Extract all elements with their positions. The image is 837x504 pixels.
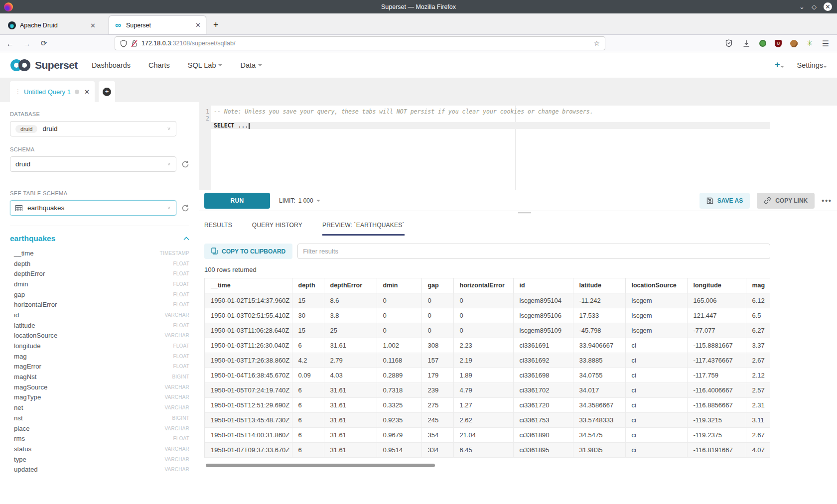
- forward-button[interactable]: →: [22, 39, 32, 48]
- table-column-row[interactable]: id VARCHAR: [10, 310, 189, 320]
- copy-to-clipboard-button[interactable]: COPY TO CLIPBOARD: [204, 244, 292, 259]
- table-row[interactable]: 1950-01-03T02:51:55.410Z303.8000iscgem89…: [205, 308, 770, 323]
- tab-close-icon[interactable]: ✕: [90, 22, 96, 29]
- copy-link-button[interactable]: COPY LINK: [757, 193, 815, 209]
- run-button[interactable]: RUN: [204, 193, 270, 209]
- cookie-extension-icon[interactable]: [790, 40, 798, 47]
- table-column-row[interactable]: mag FLOAT: [10, 351, 189, 362]
- hamburger-menu-icon[interactable]: ☰: [821, 39, 830, 48]
- table-row[interactable]: 1950-01-05T07:24:19.740Z631.610.73182394…: [205, 382, 770, 397]
- table-column-row[interactable]: net VARCHAR: [10, 402, 189, 413]
- table-column-row[interactable]: rms FLOAT: [10, 433, 189, 444]
- schema-select[interactable]: druid ∨: [10, 156, 176, 172]
- tab-close-icon[interactable]: ✕: [195, 21, 201, 29]
- insecure-lock-icon[interactable]: [131, 40, 138, 47]
- nav-sql-lab[interactable]: SQL Lab: [188, 61, 223, 69]
- nav-dashboards[interactable]: Dashboards: [92, 61, 131, 69]
- column-header[interactable]: id: [513, 278, 573, 293]
- nav-charts[interactable]: Charts: [148, 61, 170, 69]
- nav-data[interactable]: Data: [240, 61, 262, 69]
- browser-tab-superset[interactable]: ∞ Superset ✕: [109, 15, 206, 34]
- column-header[interactable]: mag: [746, 278, 770, 293]
- window-maximize-button[interactable]: ◇: [812, 3, 817, 10]
- superset-logo[interactable]: Superset: [10, 59, 78, 72]
- table-column-row[interactable]: dmin FLOAT: [10, 279, 189, 289]
- column-header[interactable]: dmin: [377, 278, 421, 293]
- download-icon[interactable]: [742, 40, 751, 47]
- table-row[interactable]: 1950-01-05T12:51:29.690Z631.610.33252751…: [205, 397, 770, 412]
- table-column-row[interactable]: place VARCHAR: [10, 423, 189, 434]
- save-as-button[interactable]: SAVE AS: [699, 193, 750, 209]
- column-header[interactable]: gap: [421, 278, 453, 293]
- tab-results[interactable]: RESULTS: [204, 222, 232, 236]
- column-header[interactable]: horizontalError: [453, 278, 513, 293]
- table-column-row[interactable]: magType VARCHAR: [10, 392, 189, 403]
- table-column-row[interactable]: magNst BIGINT: [10, 372, 189, 382]
- limit-dropdown[interactable]: LIMIT: 1 000: [279, 197, 320, 204]
- sql-editor[interactable]: 1 2 3 -- Note: Unless you save your quer…: [199, 106, 770, 190]
- drag-handle-icon[interactable]: ⋮: [15, 88, 20, 95]
- column-header[interactable]: longitude: [687, 278, 746, 293]
- window-close-button[interactable]: ✕: [824, 2, 832, 11]
- table-column-row[interactable]: status VARCHAR: [10, 444, 189, 454]
- refresh-schema-icon[interactable]: [181, 160, 189, 168]
- table-row[interactable]: 1950-01-02T15:14:37.960Z158.6000iscgem89…: [205, 293, 770, 308]
- new-query-tab-button[interactable]: +: [99, 81, 115, 102]
- table-column-row[interactable]: locationSource VARCHAR: [10, 331, 189, 341]
- column-header[interactable]: depth: [292, 278, 324, 293]
- table-column-row[interactable]: gap FLOAT: [10, 289, 189, 300]
- close-query-tab-icon[interactable]: ✕: [84, 88, 90, 96]
- table-column-row[interactable]: horizontalError FLOAT: [10, 299, 189, 310]
- bookmark-star-icon[interactable]: ☆: [593, 39, 600, 47]
- table-section-title[interactable]: earthquakes: [10, 234, 55, 243]
- refresh-table-icon[interactable]: [181, 204, 189, 212]
- table-column-row[interactable]: latitude FLOAT: [10, 320, 189, 331]
- pane-resize-handle[interactable]: [199, 211, 837, 216]
- tracking-shield-icon[interactable]: [120, 40, 127, 47]
- new-tab-button[interactable]: +: [213, 20, 219, 30]
- table-row[interactable]: 1950-01-05T14:00:31.860Z631.610.96793542…: [205, 427, 770, 442]
- table-column-row[interactable]: nst BIGINT: [10, 413, 189, 423]
- collapse-chevron-up-icon[interactable]: [183, 237, 189, 241]
- table-column-row[interactable]: __time TIMESTAMP: [10, 248, 189, 258]
- database-select[interactable]: druid druid ∨: [10, 121, 176, 136]
- window-minimize-button[interactable]: ⌄: [799, 3, 805, 10]
- settings-menu[interactable]: Settings: [797, 61, 827, 69]
- editor-code[interactable]: -- Note: Unless you save your query, the…: [211, 106, 770, 190]
- filter-results-input[interactable]: [297, 244, 770, 259]
- table-column-row[interactable]: depth FLOAT: [10, 258, 189, 269]
- table-column-row[interactable]: longitude FLOAT: [10, 341, 189, 351]
- table-column-row[interactable]: magError FLOAT: [10, 362, 189, 372]
- table-column-row[interactable]: type VARCHAR: [10, 454, 189, 465]
- table-schema-select[interactable]: earthquakes ∨: [10, 200, 176, 216]
- horizontal-scrollbar[interactable]: [206, 464, 435, 467]
- back-button[interactable]: ←: [5, 39, 15, 48]
- column-header[interactable]: latitude: [573, 278, 625, 293]
- tab-query-history[interactable]: QUERY HISTORY: [252, 222, 302, 236]
- table-column-row[interactable]: updated VARCHAR: [10, 464, 189, 475]
- add-new-button[interactable]: +: [775, 60, 784, 70]
- table-row[interactable]: 1950-01-04T16:38:45.670Z0.094.030.288917…: [205, 368, 770, 382]
- table-row[interactable]: 1950-01-03T11:06:28.640Z1525000iscgem895…: [205, 323, 770, 338]
- table-header-row[interactable]: __timedepthdepthErrordmingaphorizontalEr…: [205, 278, 770, 293]
- table-row[interactable]: 1950-01-05T13:45:48.730Z631.610.92352452…: [205, 412, 770, 427]
- column-header[interactable]: depthError: [324, 278, 377, 293]
- table-row[interactable]: 1950-01-03T11:26:30.040Z631.611.0023082.…: [205, 338, 770, 353]
- url-field[interactable]: 172.18.0.3:32108/superset/sqllab/ ☆: [115, 36, 605, 50]
- pocket-shield-icon[interactable]: [724, 39, 733, 47]
- reload-button[interactable]: ⟳: [39, 39, 49, 48]
- extension-green-icon[interactable]: [759, 40, 766, 47]
- tab-preview-earthquakes[interactable]: PREVIEW: `EARTHQUAKES`: [322, 222, 405, 236]
- table-row[interactable]: 1950-01-07T09:37:33.670Z631.610.95143346…: [205, 442, 770, 457]
- table-row[interactable]: 1950-01-03T17:26:38.860Z4.22.790.1168157…: [205, 353, 770, 368]
- more-options-button[interactable]: •••: [822, 197, 832, 205]
- column-header[interactable]: __time: [205, 278, 292, 293]
- table-column-row[interactable]: depthError FLOAT: [10, 268, 189, 279]
- browser-tab-apache-druid[interactable]: ◉ Apache Druid ✕: [3, 16, 101, 34]
- table-cell: -115.8881667: [687, 338, 746, 353]
- ublock-icon[interactable]: U: [775, 40, 782, 47]
- column-header[interactable]: locationSource: [625, 278, 687, 293]
- colorful-extension-icon[interactable]: ✳: [806, 39, 813, 48]
- query-tab-untitled[interactable]: ⋮ Untitled Query 1 ✕: [10, 81, 95, 102]
- table-column-row[interactable]: magSource VARCHAR: [10, 382, 189, 392]
